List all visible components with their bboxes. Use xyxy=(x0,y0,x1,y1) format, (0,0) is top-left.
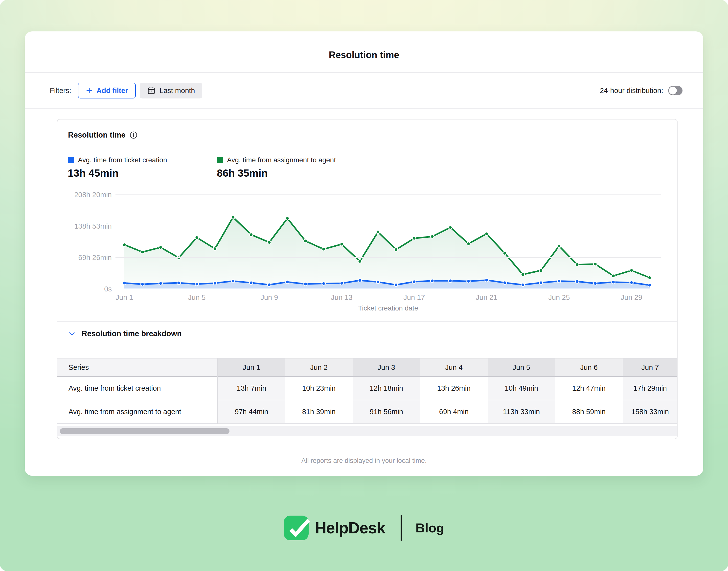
data-point-green xyxy=(539,269,543,272)
data-point-blue xyxy=(503,281,506,284)
line-chart-plot: 208h 20min138h 53min69h 26min0sJun 1Jun … xyxy=(116,195,661,289)
chart-canvas xyxy=(116,195,661,289)
legend-label: Avg. time from ticket creation xyxy=(78,156,167,164)
brand-divider xyxy=(401,515,402,541)
legend-item-assignment-agent: Avg. time from assignment to agent 86h 3… xyxy=(217,156,336,179)
data-point-green xyxy=(485,232,488,236)
table-row: Avg. time from ticket creation 13h 7min … xyxy=(57,376,678,400)
local-time-note: All reports are displayed in your local … xyxy=(25,457,703,465)
data-point-green xyxy=(250,233,253,236)
data-point-green xyxy=(159,246,162,249)
area-assignment-to-agent xyxy=(124,217,649,289)
data-point-blue xyxy=(376,280,380,284)
data-point-green xyxy=(358,259,361,263)
distribution-toggle[interactable] xyxy=(668,86,683,95)
x-axis-tick-label: Jun 13 xyxy=(331,294,352,302)
data-point-green xyxy=(231,216,235,219)
data-point-green xyxy=(268,241,271,244)
data-point-green xyxy=(286,217,289,220)
table-row: Avg. time from assignment to agent 97h 4… xyxy=(57,400,678,424)
calendar-icon xyxy=(147,86,156,95)
data-point-blue xyxy=(123,281,126,285)
data-point-blue xyxy=(268,283,271,287)
x-axis-tick-label: Jun 5 xyxy=(188,294,206,302)
data-point-blue xyxy=(557,279,561,283)
page-background: Resolution time Filters: Add filter xyxy=(0,0,728,571)
chevron-down-icon xyxy=(68,330,76,338)
row-label: Avg. time from assignment to agent xyxy=(57,400,217,424)
data-point-green xyxy=(593,262,597,266)
data-point-blue xyxy=(304,282,307,286)
distribution-toggle-group: 24-hour distribution: xyxy=(600,83,683,99)
data-point-blue xyxy=(250,281,253,284)
legend-swatch-blue xyxy=(68,157,74,163)
info-icon[interactable] xyxy=(130,131,138,139)
resolution-time-card: Resolution time Avg. time from ticket cr… xyxy=(57,119,678,439)
data-point-green xyxy=(557,244,561,248)
data-point-blue xyxy=(358,278,361,282)
data-point-blue xyxy=(612,280,615,284)
legend-swatch-green xyxy=(217,157,223,163)
date-range-button[interactable]: Last month xyxy=(140,83,202,99)
column-header: Jun 5 xyxy=(488,358,555,376)
x-axis-tick-label: Jun 25 xyxy=(548,294,570,302)
cell-value: 88h 59min xyxy=(555,400,623,424)
cell-value: 12h 18min xyxy=(352,376,420,400)
legend-label: Avg. time from assignment to agent xyxy=(227,156,336,164)
column-header: Jun 2 xyxy=(285,358,352,376)
data-point-blue xyxy=(467,279,470,283)
row-label: Avg. time from ticket creation xyxy=(57,376,217,400)
column-header: Jun 3 xyxy=(352,358,420,376)
column-header-series: Series xyxy=(57,358,217,376)
data-point-blue xyxy=(177,281,180,284)
gridline xyxy=(116,226,661,226)
cell-value: 12h 47min xyxy=(555,376,623,400)
divider xyxy=(25,72,703,73)
gridline xyxy=(116,195,661,195)
data-point-blue xyxy=(413,280,416,283)
data-point-blue xyxy=(286,280,289,284)
cell-value: 97h 44min xyxy=(217,400,285,424)
data-point-blue xyxy=(630,281,633,284)
gridline xyxy=(116,257,661,258)
data-point-blue xyxy=(141,282,144,286)
y-axis-tick-label: 138h 53min xyxy=(57,222,112,231)
filters-bar: Filters: Add filter Last month xyxy=(50,83,202,99)
report-card: Resolution time Filters: Add filter xyxy=(25,31,703,476)
add-filter-button[interactable]: Add filter xyxy=(78,83,136,99)
cell-value: 158h 33min xyxy=(623,400,678,424)
data-point-blue xyxy=(322,282,325,285)
column-header: Jun 1 xyxy=(217,358,285,376)
plus-icon xyxy=(86,87,93,94)
x-axis-tick-label: Jun 9 xyxy=(260,294,278,302)
gridline xyxy=(116,289,661,289)
data-point-blue xyxy=(231,279,235,283)
data-point-green xyxy=(213,247,216,250)
cell-value: 10h 49min xyxy=(488,376,555,400)
legend-item-ticket-creation: Avg. time from ticket creation 13h 45min xyxy=(68,156,167,179)
legend-value: 13h 45min xyxy=(68,167,167,179)
cell-value: 91h 56min xyxy=(352,400,420,424)
breakdown-toggle[interactable]: Resolution time breakdown xyxy=(68,329,182,338)
helpdesk-logo-icon xyxy=(284,516,309,540)
brand-name: HelpDesk xyxy=(315,519,385,537)
cell-value: 13h 26min xyxy=(420,376,488,400)
x-axis-tick-label: Jun 1 xyxy=(116,294,133,302)
add-filter-label: Add filter xyxy=(97,87,128,95)
data-point-blue xyxy=(648,283,651,287)
cell-value: 10h 23min xyxy=(285,376,352,400)
data-point-green xyxy=(123,243,126,246)
horizontal-scrollbar-thumb[interactable] xyxy=(60,428,230,434)
cell-value: 69h 4min xyxy=(420,400,488,424)
data-point-blue xyxy=(485,278,488,282)
column-header: Jun 7 xyxy=(623,358,678,376)
data-point-blue xyxy=(340,281,343,285)
data-point-green xyxy=(612,274,615,277)
data-point-green xyxy=(467,242,470,245)
x-axis-title: Ticket creation date xyxy=(116,304,661,312)
horizontal-scrollbar-track[interactable] xyxy=(57,426,677,436)
data-point-green xyxy=(322,247,325,251)
brand-footer: HelpDesk Blog xyxy=(0,515,728,541)
toggle-knob xyxy=(669,87,677,95)
y-axis-tick-label: 69h 26min xyxy=(57,253,112,262)
